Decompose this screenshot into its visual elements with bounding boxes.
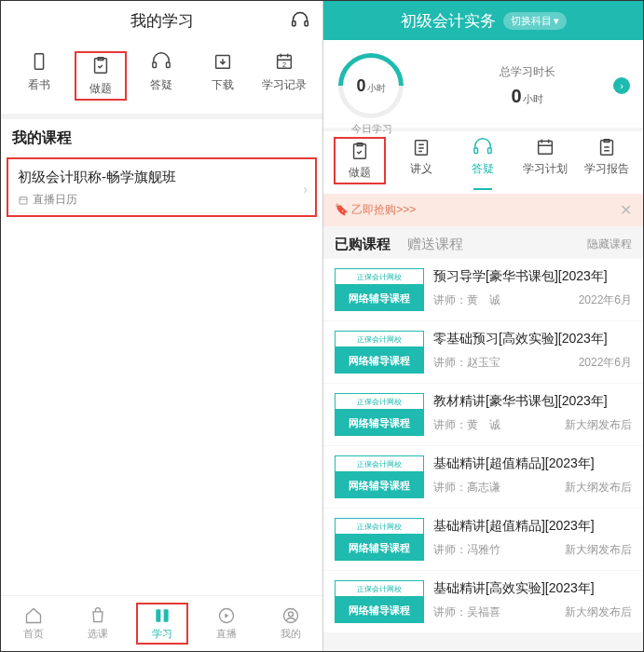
course-filter-tabs: 已购课程 赠送课程 隐藏课程 xyxy=(323,226,643,259)
thumb-text: 网络辅导课程 xyxy=(335,597,424,623)
my-courses-heading: 我的课程 xyxy=(1,114,322,156)
course-item[interactable]: 正保会计网校 网络辅导课程 预习导学[豪华书课包][2023年] 讲师：黄 诚 … xyxy=(323,259,643,320)
switch-label: 切换科目 xyxy=(511,14,552,28)
course-teacher: 讲师：高志谦 xyxy=(433,480,500,496)
course-item-title: 零基础预习[高效实验][2023年] xyxy=(433,331,632,347)
topnav-practice[interactable]: 做题 xyxy=(75,51,127,101)
course-teacher: 讲师：冯雅竹 xyxy=(433,542,500,558)
subject-title: 初级会计实务 xyxy=(401,10,496,32)
tab-notes[interactable]: 讲义 xyxy=(395,137,447,184)
course-thumb: 正保会计网校 网络辅导课程 xyxy=(335,393,424,436)
course-item-title: 基础精讲[超值精品][2023年] xyxy=(433,455,632,472)
course-list[interactable]: 正保会计网校 网络辅导课程 预习导学[豪华书课包][2023年] 讲师：黄 诚 … xyxy=(323,259,643,651)
course-thumb: 正保会计网校 网络辅导课程 xyxy=(335,268,424,311)
svg-rect-0 xyxy=(293,21,295,26)
chevron-right-icon: › xyxy=(303,182,308,197)
svg-text:2: 2 xyxy=(282,61,286,69)
tab-report[interactable]: 学习报告 xyxy=(581,137,633,184)
total-study-block: 总学习时长 0小时 xyxy=(426,64,628,107)
ctab-gifted[interactable]: 赠送课程 xyxy=(407,236,463,253)
course-thumb: 正保会计网校 网络辅导课程 xyxy=(335,518,424,561)
tab-qa[interactable]: 答疑 xyxy=(457,137,509,184)
ctab-purchased[interactable]: 已购课程 xyxy=(335,236,391,253)
tab-label: 答疑 xyxy=(472,161,494,177)
course-thumb: 正保会计网校 网络辅导课程 xyxy=(335,331,424,374)
thumb-text: 网络辅导课程 xyxy=(335,472,424,498)
bottomnav-study[interactable]: 学习 xyxy=(136,603,188,645)
hide-courses-link[interactable]: 隐藏课程 xyxy=(587,237,632,252)
course-item-title: 教材精讲[豪华书课包][2023年] xyxy=(433,393,632,410)
topnav-history[interactable]: 2 学习记录 xyxy=(258,51,310,101)
bottomnav-label: 直播 xyxy=(216,627,237,641)
svg-rect-5 xyxy=(167,62,171,68)
course-date: 新大纲发布后 xyxy=(565,417,632,433)
promo-banner[interactable]: 🔖 乙即抢购>>> ✕ xyxy=(323,194,643,226)
tab-label: 学习报告 xyxy=(584,161,629,177)
course-item[interactable]: 正保会计网校 网络辅导课程 基础精讲[超值精品][2023年] 讲师：高志谦 新… xyxy=(323,446,643,508)
thumb-text: 网络辅导课程 xyxy=(335,410,424,436)
course-date: 新大纲发布后 xyxy=(565,604,632,620)
course-item-title: 基础精讲[高效实验][2023年] xyxy=(433,580,632,597)
support-icon[interactable] xyxy=(291,10,309,29)
today-unit: 小时 xyxy=(367,83,386,93)
close-icon[interactable]: ✕ xyxy=(620,201,632,219)
course-teacher: 讲师：黄 诚 xyxy=(433,417,500,433)
bottomnav-label: 选课 xyxy=(88,627,108,641)
course-sub-label: 直播日历 xyxy=(33,192,77,208)
caret-down-icon: ▾ xyxy=(554,15,559,27)
course-item[interactable]: 正保会计网校 网络辅导课程 基础精讲[超值精品][2023年] 讲师：冯雅竹 新… xyxy=(323,509,643,570)
tab-label: 做题 xyxy=(349,165,371,181)
topnav-label: 看书 xyxy=(28,77,50,93)
topnav-qa[interactable]: 答疑 xyxy=(135,51,187,101)
course-teacher: 讲师：赵玉宝 xyxy=(433,355,500,371)
bottomnav-home[interactable]: 首页 xyxy=(7,606,60,641)
bottomnav-courses[interactable]: 选课 xyxy=(72,606,124,641)
bottomnav-label: 我的 xyxy=(281,627,301,641)
topnav-download[interactable]: 下载 xyxy=(197,51,249,101)
svg-point-12 xyxy=(288,612,293,617)
svg-rect-9 xyxy=(20,197,27,204)
course-item[interactable]: 正保会计网校 网络辅导课程 教材精讲[豪华书课包][2023年] 讲师：黄 诚 … xyxy=(323,384,643,445)
topnav-label: 做题 xyxy=(89,81,112,97)
svg-rect-15 xyxy=(474,148,478,154)
course-teacher: 讲师：吴福喜 xyxy=(433,604,500,620)
total-hours: 0 xyxy=(511,86,521,106)
today-hours: 0 xyxy=(356,76,365,95)
course-item[interactable]: 正保会计网校 网络辅导课程 零基础预习[高效实验][2023年] 讲师：赵玉宝 … xyxy=(323,321,643,383)
course-item-title: 基础精讲[超值精品][2023年] xyxy=(433,518,632,535)
svg-rect-2 xyxy=(34,54,43,70)
bottomnav-label: 首页 xyxy=(23,627,44,641)
thumb-brand: 正保会计网校 xyxy=(335,268,424,285)
thumb-brand: 正保会计网校 xyxy=(335,580,424,597)
svg-rect-16 xyxy=(488,148,492,154)
bottomnav-me[interactable]: 我的 xyxy=(265,606,317,641)
thumb-text: 网络辅导课程 xyxy=(335,285,424,311)
right-header: 初级会计实务 切换科目 ▾ xyxy=(323,1,643,40)
topnav-label: 学习记录 xyxy=(262,77,307,93)
tab-practice[interactable]: 做题 xyxy=(334,137,386,184)
thumb-brand: 正保会计网校 xyxy=(335,518,424,535)
tab-label: 学习计划 xyxy=(523,161,568,177)
total-unit: 小时 xyxy=(523,93,543,104)
topnav-label: 下载 xyxy=(212,77,234,93)
switch-subject-button[interactable]: 切换科目 ▾ xyxy=(503,12,567,30)
bottomnav-label: 学习 xyxy=(152,627,172,641)
course-item[interactable]: 正保会计网校 网络辅导课程 基础精讲[高效实验][2023年] 讲师：吴福喜 新… xyxy=(323,571,643,632)
course-date: 新大纲发布后 xyxy=(565,480,632,496)
course-card[interactable]: 初级会计职称-畅学旗舰班 直播日历 › xyxy=(7,157,317,217)
course-date: 2022年6月 xyxy=(579,355,632,371)
course-date: 2022年6月 xyxy=(579,292,632,308)
course-teacher: 讲师：黄 诚 xyxy=(433,292,500,308)
svg-rect-4 xyxy=(153,62,157,68)
total-label: 总学习时长 xyxy=(500,64,555,80)
course-calendar-link[interactable]: 直播日历 xyxy=(18,192,306,208)
topnav-read[interactable]: 看书 xyxy=(13,51,65,101)
right-app-screen: 初级会计实务 切换科目 ▾ 0小时 今日学习 总学习时长 0小时 › 做题 讲义 xyxy=(323,1,643,651)
today-label: 今日学习 xyxy=(351,122,392,136)
tab-plan[interactable]: 学习计划 xyxy=(519,137,571,184)
tab-label: 讲义 xyxy=(410,161,432,177)
bottomnav-live[interactable]: 直播 xyxy=(200,606,253,641)
left-top-nav: 看书 做题 答疑 下载 2 学习记录 xyxy=(1,40,322,114)
stats-more-button[interactable]: › xyxy=(613,77,630,94)
course-thumb: 正保会计网校 网络辅导课程 xyxy=(335,455,424,498)
